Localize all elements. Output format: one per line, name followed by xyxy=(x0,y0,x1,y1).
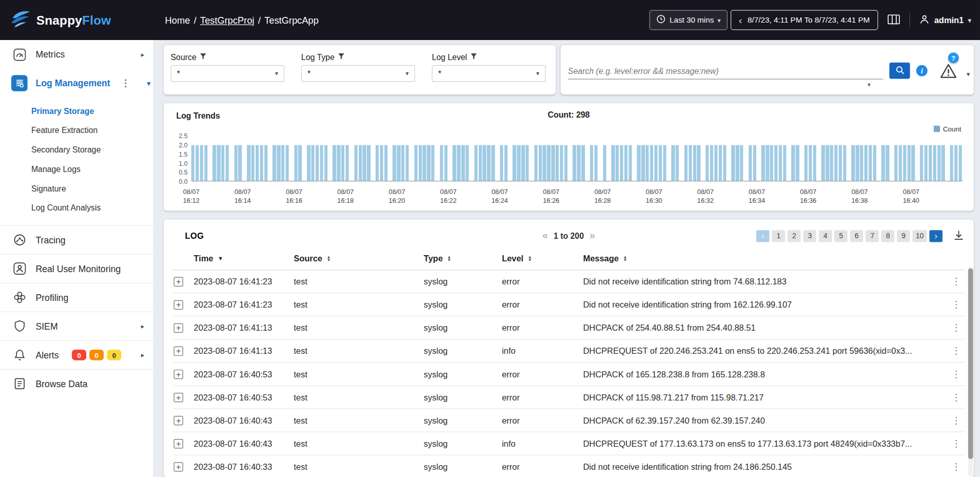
item-menu-icon[interactable]: ⋮ xyxy=(119,78,133,89)
chart-bar xyxy=(444,145,448,181)
y-tick-label: 0.0 xyxy=(172,178,187,185)
sort-both-icon[interactable]: ▲▼ xyxy=(447,255,452,261)
table-scrollbar-thumb[interactable] xyxy=(968,269,973,460)
pagination-next-button[interactable]: › xyxy=(929,230,943,242)
sidebar-subitem-primary-storage[interactable]: Primary Storage xyxy=(0,101,153,121)
search-button[interactable] xyxy=(889,63,910,79)
row-menu-icon[interactable]: ⋮ xyxy=(948,438,965,449)
column-header-source[interactable]: Source▲▼ xyxy=(294,254,424,263)
expand-row-icon[interactable]: + xyxy=(174,369,183,378)
expand-row-icon[interactable]: + xyxy=(174,462,183,471)
sidebar-item-alerts[interactable]: Alerts000▸ xyxy=(0,340,153,369)
info-icon[interactable]: i xyxy=(916,65,928,77)
table-row[interactable]: +2023-08-07 16:40:33testsyslogerrorDid n… xyxy=(172,455,965,477)
user-menu[interactable]: admin1 ▾ xyxy=(918,13,971,27)
date-range-button[interactable]: ‹ 8/7/23, 4:11 PM To 8/7/23, 4:41 PM xyxy=(731,10,878,30)
shield-icon xyxy=(11,318,28,334)
table-row[interactable]: +2023-08-07 16:40:43testsysloginfoDHCPRE… xyxy=(172,432,965,455)
warning-triangle-icon[interactable] xyxy=(940,63,957,81)
pagination-prev-button[interactable]: ‹ xyxy=(756,230,770,242)
sort-both-icon[interactable]: ▲▼ xyxy=(528,255,532,261)
expand-row-icon[interactable]: + xyxy=(174,415,183,425)
row-menu-icon[interactable]: ⋮ xyxy=(948,368,965,379)
breadcrumb-app[interactable]: TestGrpcApp xyxy=(264,15,319,26)
sort-both-icon[interactable]: ▲▼ xyxy=(623,255,628,261)
column-header-time[interactable]: Time▼ xyxy=(194,254,294,263)
table-row[interactable]: +2023-08-07 16:40:53testsyslogerrorDHCPA… xyxy=(172,386,965,409)
row-menu-icon[interactable]: ⋮ xyxy=(948,276,965,287)
sidebar-item-browse-data[interactable]: Browse Data xyxy=(0,369,153,398)
expand-row-icon[interactable]: + xyxy=(174,392,183,402)
table-row[interactable]: +2023-08-07 16:41:23testsyslogerrorDid n… xyxy=(172,270,965,293)
filter-select-log-level[interactable]: *▾ xyxy=(432,65,546,82)
sort-both-icon[interactable]: ▲▼ xyxy=(327,255,331,261)
sidebar-subitem-signature[interactable]: Signature xyxy=(0,179,153,198)
time-range-button[interactable]: Last 30 mins ▾ xyxy=(650,10,728,30)
sidebar-item-tracing[interactable]: Tracing xyxy=(0,225,153,254)
sidebar-item-profiling[interactable]: Profiling xyxy=(0,283,153,312)
chart-bar xyxy=(710,145,714,181)
panel-expand-chevron-icon[interactable]: ▾ xyxy=(967,70,970,78)
filter-select-source[interactable]: *▾ xyxy=(171,65,285,82)
expand-row-icon[interactable]: + xyxy=(174,323,183,332)
table-row[interactable]: +2023-08-07 16:41:23testsyslogerrorDid n… xyxy=(172,293,965,316)
column-header-type[interactable]: Type▲▼ xyxy=(424,254,502,263)
expand-row-icon[interactable]: + xyxy=(174,300,183,309)
row-menu-icon[interactable]: ⋮ xyxy=(948,345,965,356)
breadcrumb-home[interactable]: Home xyxy=(165,15,190,26)
sidebar-subitem-feature-extraction[interactable]: Feature Extraction xyxy=(0,121,153,140)
apps-grid-button[interactable] xyxy=(887,13,900,27)
pagination-page-button-9[interactable]: 9 xyxy=(897,230,910,242)
expand-row-icon[interactable]: + xyxy=(174,438,183,448)
pagination-page-button-6[interactable]: 6 xyxy=(850,230,864,242)
table-row[interactable]: +2023-08-07 16:40:53testsyslogerrorDHCPA… xyxy=(172,362,965,386)
sidebar-item-siem[interactable]: SIEM▸ xyxy=(0,312,153,340)
filter-value: * xyxy=(177,69,180,78)
sidebar-subitem-log-count-analysis[interactable]: Log Count Analysis xyxy=(0,198,153,218)
pagination-page-button-8[interactable]: 8 xyxy=(881,230,895,242)
search-input[interactable] xyxy=(568,63,883,80)
legend-label: Count xyxy=(943,125,962,133)
row-menu-icon[interactable]: ⋮ xyxy=(948,392,965,403)
expand-row-icon[interactable]: + xyxy=(174,346,183,355)
sort-desc-icon[interactable]: ▼ xyxy=(218,255,223,261)
sidebar-item-real-user-monitoring[interactable]: Real User Monitoring xyxy=(0,254,153,283)
jump-last-icon[interactable]: » xyxy=(590,231,595,240)
column-header-message[interactable]: Message▲▼ xyxy=(583,254,947,263)
chart-bar xyxy=(260,145,263,181)
pagination-page-button-10[interactable]: 10 xyxy=(913,230,927,242)
chart-bar xyxy=(359,145,362,181)
row-menu-icon[interactable]: ⋮ xyxy=(948,415,965,426)
table-row[interactable]: +2023-08-07 16:41:13testsyslogerrorDHCPA… xyxy=(172,316,965,339)
table-row[interactable]: +2023-08-07 16:41:13testsysloginfoDHCPRE… xyxy=(172,339,965,362)
chart-bar xyxy=(590,145,594,181)
expand-row-icon[interactable]: + xyxy=(174,277,183,286)
table-row[interactable]: +2023-08-07 16:40:43testsyslogerrorDHCPA… xyxy=(172,409,965,432)
chart-bar xyxy=(500,145,503,181)
cell-message: Did not receive identification string fr… xyxy=(583,277,947,286)
sidebar-subitem-secondary-storage[interactable]: Secondary Storage xyxy=(0,140,153,160)
chevron-left-icon[interactable]: ‹ xyxy=(739,15,742,25)
jump-first-icon[interactable]: « xyxy=(542,231,548,240)
sidebar-item-label: Log Management xyxy=(35,78,110,88)
pagination-page-button-4[interactable]: 4 xyxy=(819,230,832,242)
filter-select-log-type[interactable]: *▾ xyxy=(301,65,415,82)
sidebar-item-metrics[interactable]: Metrics▸ xyxy=(0,40,153,69)
pagination-page-button-3[interactable]: 3 xyxy=(803,230,817,242)
pagination-page-button-7[interactable]: 7 xyxy=(866,230,879,242)
brand-logo[interactable]: SnappyFlow xyxy=(0,10,154,30)
help-icon[interactable]: ? xyxy=(948,52,959,63)
row-menu-icon[interactable]: ⋮ xyxy=(948,322,965,333)
row-menu-icon[interactable]: ⋮ xyxy=(948,461,965,472)
column-header-level[interactable]: Level▲▼ xyxy=(502,254,583,263)
download-button[interactable] xyxy=(952,228,965,243)
breadcrumb-project-link[interactable]: TestGrpcProj xyxy=(200,15,254,26)
sidebar-subitem-manage-logs[interactable]: Manage Logs xyxy=(0,160,153,179)
pagination-page-button-1[interactable]: 1 xyxy=(772,230,786,242)
sidebar-item-log-management[interactable]: Log Management⋮▾ xyxy=(0,69,153,98)
saved-search-chevron-icon[interactable]: ▾ xyxy=(868,81,871,88)
chart-bar xyxy=(925,145,928,181)
pagination-page-button-2[interactable]: 2 xyxy=(788,230,801,242)
pagination-page-button-5[interactable]: 5 xyxy=(834,230,848,242)
row-menu-icon[interactable]: ⋮ xyxy=(948,299,965,310)
